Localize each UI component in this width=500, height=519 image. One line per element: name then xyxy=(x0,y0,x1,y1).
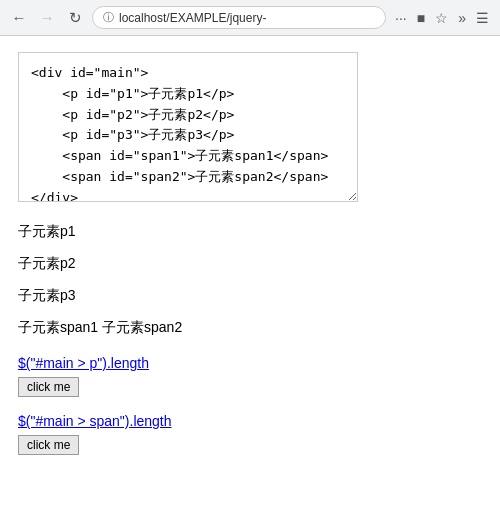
url-text: localhost/EXAMPLE/jquery- xyxy=(119,11,375,25)
page-content: <div id="main"> <p id="p1">子元素p1</p> <p … xyxy=(0,36,500,487)
save-icon[interactable]: ■ xyxy=(414,8,428,28)
forward-button[interactable]: → xyxy=(36,7,58,29)
jquery-selector-p[interactable]: $("#main > p").length xyxy=(18,355,482,371)
jquery-section-p: $("#main > p").length click me xyxy=(18,355,482,397)
info-icon: ⓘ xyxy=(103,10,114,25)
click-me-button-p[interactable]: click me xyxy=(18,377,79,397)
jquery-section-span: $("#main > span").length click me xyxy=(18,413,482,455)
browser-chrome: ← → ↻ ⓘ localhost/EXAMPLE/jquery- ··· ■ … xyxy=(0,0,500,36)
bookmark-icon[interactable]: ☆ xyxy=(432,8,451,28)
click-me-button-span[interactable]: click me xyxy=(18,435,79,455)
child-p2: 子元素p2 xyxy=(18,255,482,273)
code-textarea[interactable]: <div id="main"> <p id="p1">子元素p1</p> <p … xyxy=(18,52,358,202)
child-spans: 子元素span1 子元素span2 xyxy=(18,319,482,337)
address-bar[interactable]: ⓘ localhost/EXAMPLE/jquery- xyxy=(92,6,386,29)
back-button[interactable]: ← xyxy=(8,7,30,29)
expand-icon[interactable]: » xyxy=(455,8,469,28)
child-p3: 子元素p3 xyxy=(18,287,482,305)
browser-actions: ··· ■ ☆ » ☰ xyxy=(392,8,492,28)
reload-button[interactable]: ↻ xyxy=(64,7,86,29)
menu-icon[interactable]: ☰ xyxy=(473,8,492,28)
jquery-selector-span[interactable]: $("#main > span").length xyxy=(18,413,482,429)
child-p1: 子元素p1 xyxy=(18,223,482,241)
menu-dots[interactable]: ··· xyxy=(392,8,410,28)
